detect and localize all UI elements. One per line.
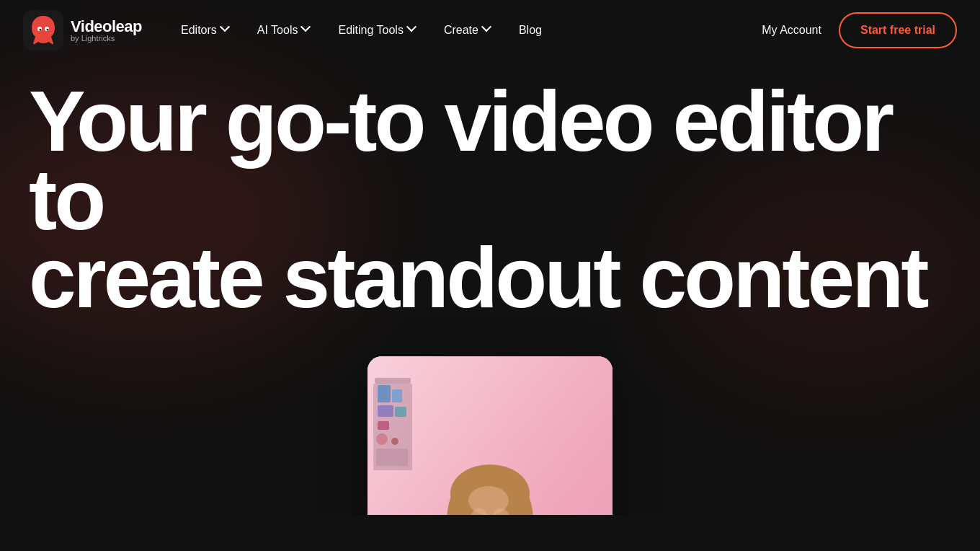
svg-rect-13 [378, 405, 393, 417]
nav-right: My Account Start free trial [762, 12, 957, 48]
nav-link-blog[interactable]: Blog [509, 18, 552, 43]
logo-subtitle: by Lightricks [71, 35, 142, 43]
hero-section: Your go-to video editor to create stando… [0, 61, 980, 515]
nav-item-blog: Blog [509, 18, 552, 43]
nav-item-editors: Editors [171, 18, 241, 43]
nav-item-ai-tools: AI Tools [247, 18, 323, 43]
svg-rect-12 [392, 389, 402, 402]
nav-links: Editors AI Tools Editing Tools Create [171, 18, 552, 43]
svg-rect-9 [375, 378, 411, 384]
svg-point-17 [391, 438, 398, 445]
svg-rect-18 [376, 449, 408, 466]
nav-label-create: Create [444, 24, 478, 37]
logo-text: Videoleap by Lightricks [71, 19, 142, 43]
video-preview-inner [368, 356, 612, 515]
svg-point-26 [468, 486, 509, 515]
nav-label-ai-tools: AI Tools [257, 24, 298, 37]
video-preview[interactable] [368, 356, 612, 515]
hero-headline: Your go-to video editor to create stando… [0, 82, 980, 317]
svg-point-16 [376, 433, 388, 445]
my-account-link[interactable]: My Account [762, 24, 821, 37]
svg-point-6 [48, 28, 49, 30]
nav-label-blog: Blog [519, 24, 542, 37]
chevron-down-icon [221, 25, 231, 35]
svg-point-5 [40, 28, 42, 30]
videoleap-logo-icon [23, 10, 63, 50]
chevron-down-icon [408, 25, 418, 35]
nav-item-editing-tools: Editing Tools [328, 18, 427, 43]
svg-rect-11 [378, 385, 391, 402]
hero-content: Your go-to video editor to create stando… [0, 82, 980, 515]
nav-link-editors[interactable]: Editors [171, 18, 241, 43]
nav-left: Videoleap by Lightricks Editors AI Tools [23, 10, 552, 50]
hero-headline-line1: Your go-to video editor to [29, 74, 891, 247]
my-account-label: My Account [762, 24, 821, 36]
logo-title: Videoleap [71, 19, 142, 35]
svg-rect-15 [378, 421, 389, 430]
hero-headline-line2: create standout content [29, 239, 951, 317]
nav-label-editors: Editors [181, 24, 217, 37]
nav-link-create[interactable]: Create [434, 18, 503, 43]
nav-link-ai-tools[interactable]: AI Tools [247, 18, 323, 43]
nav-label-editing-tools: Editing Tools [338, 24, 403, 37]
navbar: Videoleap by Lightricks Editors AI Tools [0, 0, 980, 61]
video-preview-svg [368, 356, 612, 515]
nav-item-create: Create [434, 18, 503, 43]
start-trial-button[interactable]: Start free trial [839, 12, 957, 48]
nav-link-editing-tools[interactable]: Editing Tools [328, 18, 427, 43]
logo-link[interactable]: Videoleap by Lightricks [23, 10, 142, 50]
svg-rect-14 [395, 407, 406, 417]
start-trial-label: Start free trial [860, 24, 935, 36]
chevron-down-icon [302, 25, 312, 35]
chevron-down-icon [483, 25, 493, 35]
